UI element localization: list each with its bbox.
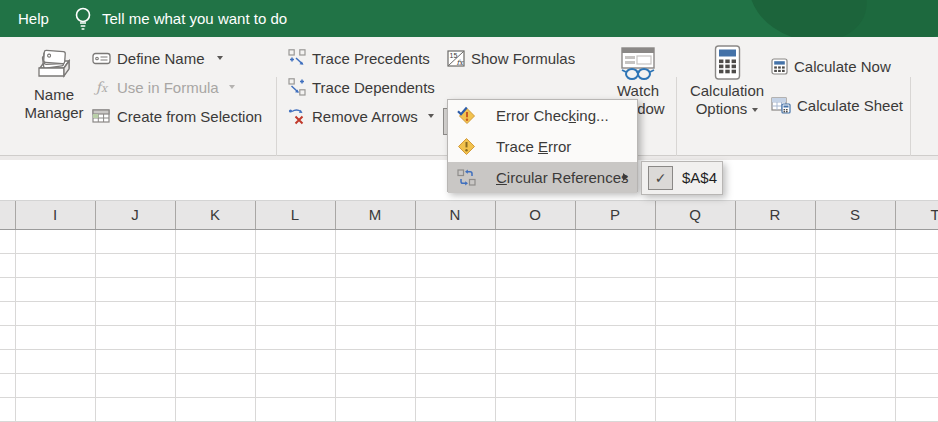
column-header-P[interactable]: P <box>575 201 655 229</box>
svg-text:fx: fx <box>457 58 465 66</box>
trace-precedents-label: Trace Precedents <box>312 50 430 67</box>
column-header-T[interactable]: T <box>895 201 938 229</box>
trace-dependents-button[interactable]: Trace Dependents <box>288 75 435 99</box>
column-header-I[interactable]: I <box>15 201 95 229</box>
calculation-options-label-line2: Options <box>696 100 759 118</box>
excel-window: Help Tell me what you want to do <box>0 0 938 422</box>
lightbulb-icon <box>72 6 94 31</box>
calculator-icon <box>714 45 741 80</box>
fx-icon: ƒx <box>92 79 111 95</box>
grid-horizontal-lines <box>0 230 938 422</box>
menu-item-label: Trace Error <box>496 138 571 155</box>
calculate-sheet-label: Calculate Sheet <box>797 97 903 114</box>
watch-window-icon <box>618 46 658 82</box>
submenu-arrow-icon <box>623 173 628 181</box>
calculation-options-label-line1: Calculation <box>690 82 764 100</box>
name-manager-icon <box>33 46 75 84</box>
column-header-R[interactable]: R <box>735 201 815 229</box>
circular-reference-cell-item[interactable]: $A$4 <box>682 162 717 194</box>
use-in-formula-label: Use in Formula <box>117 79 219 96</box>
circular-references-submenu: ✓ $A$4 <box>641 161 723 195</box>
trace-precedents-button[interactable]: Trace Precedents <box>288 46 430 70</box>
column-header-L[interactable]: L <box>255 201 335 229</box>
define-name-icon <box>92 52 111 65</box>
trace-precedents-icon <box>288 49 306 67</box>
use-in-formula-button: ƒx Use in Formula <box>92 75 235 99</box>
show-formulas-icon: 15 fx <box>447 50 465 67</box>
menu-item-label: Error Checking... <box>496 107 609 124</box>
calculation-options-button[interactable]: Calculation Options <box>684 42 770 134</box>
name-manager-label: Name Manager <box>22 86 86 122</box>
tab-help[interactable]: Help <box>12 0 55 37</box>
chevron-down-icon <box>217 56 223 60</box>
column-header-Q[interactable]: Q <box>655 201 735 229</box>
remove-arrows-button[interactable]: Remove Arrows <box>288 104 434 128</box>
chevron-down-icon <box>428 114 434 118</box>
calculate-sheet-button[interactable]: Calculate Sheet <box>771 93 903 117</box>
trace-dependents-icon <box>288 78 306 96</box>
show-formulas-label: Show Formulas <box>471 50 575 67</box>
column-header-J[interactable]: J <box>95 201 175 229</box>
trace-error-menu-icon <box>457 137 476 156</box>
remove-arrows-icon <box>288 107 306 125</box>
error-checking-menu-icon <box>457 106 476 125</box>
chevron-down-icon <box>752 108 758 112</box>
watch-window-label-line1: Watch <box>617 82 659 100</box>
calculate-now-label: Calculate Now <box>794 58 891 75</box>
column-header-M[interactable]: M <box>335 201 415 229</box>
circular-references-menu-icon <box>457 169 476 186</box>
column-header-S[interactable]: S <box>815 201 895 229</box>
name-manager-button[interactable]: Name Manager <box>22 42 86 134</box>
menu-item-trace-error[interactable]: Trace Error <box>448 131 637 162</box>
create-from-selection-label: Create from Selection <box>117 108 262 125</box>
menu-item-error-checking[interactable]: Error Checking... <box>448 100 637 131</box>
calculate-now-icon <box>771 58 788 75</box>
create-from-selection-icon <box>92 109 111 124</box>
trace-dependents-label: Trace Dependents <box>312 79 435 96</box>
menu-item-label: Circular References <box>496 169 629 186</box>
spreadsheet-grid[interactable] <box>0 230 938 422</box>
tell-me-box[interactable]: Tell me what you want to do <box>102 0 287 37</box>
checkmark-toggle[interactable]: ✓ <box>648 166 673 190</box>
calculate-now-button[interactable]: Calculate Now <box>771 54 891 78</box>
define-name-label: Define Name <box>117 50 205 67</box>
define-name-button[interactable]: Define Name <box>92 46 223 70</box>
column-header-O[interactable]: O <box>495 201 575 229</box>
calculate-sheet-icon <box>771 97 791 114</box>
create-from-selection-button[interactable]: Create from Selection <box>92 104 262 128</box>
column-header-N[interactable]: N <box>415 201 495 229</box>
menu-item-circular-references[interactable]: Circular References <box>448 162 637 193</box>
title-ribbon-tabs-bar: Help Tell me what you want to do <box>0 0 938 37</box>
column-header-row: I J K L M N O P Q R S T <box>0 201 938 230</box>
show-formulas-button[interactable]: 15 fx Show Formulas <box>447 46 575 70</box>
column-header-K[interactable]: K <box>175 201 255 229</box>
chevron-down-icon <box>229 85 235 89</box>
remove-arrows-label: Remove Arrows <box>312 108 418 125</box>
error-checking-menu: Error Checking... Trace Error <box>447 99 638 192</box>
